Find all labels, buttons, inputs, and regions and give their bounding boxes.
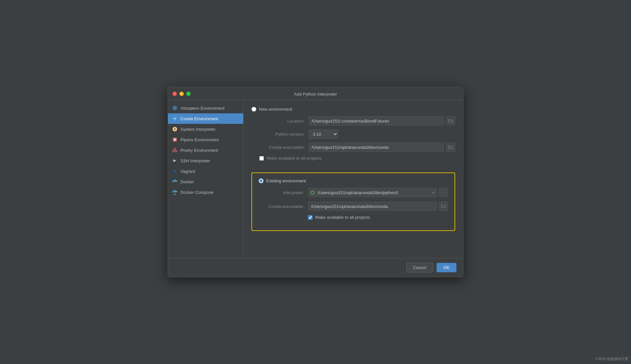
sidebar-item-virtualenv[interactable]: Virtualenv Environment [168, 103, 243, 113]
sidebar: Virtualenv Environment Conda Environment… [168, 100, 244, 258]
dialog-body: Virtualenv Environment Conda Environment… [168, 100, 463, 258]
cancel-button[interactable]: Cancel [406, 263, 433, 272]
make-available-label-new[interactable]: Make available to all projects [267, 156, 321, 161]
watermark: CSDN @超越知可爱 [596, 356, 628, 361]
main-content: New environment Location: Python version… [244, 100, 463, 258]
conda-executable-folder-button-new[interactable] [446, 143, 455, 152]
sidebar-item-label-virtualenv: Virtualenv Environment [180, 106, 224, 111]
new-env-radio-row: New environment [251, 107, 455, 112]
ok-button[interactable]: OK [436, 263, 456, 272]
location-label: Location: [259, 119, 309, 124]
sidebar-item-label-conda: Conda Environment [180, 116, 218, 121]
sidebar-item-label-pipenv: Pipenv Environment [180, 137, 219, 142]
make-available-row-existing: Make available to all projects [308, 215, 448, 220]
location-folder-button[interactable] [446, 116, 455, 125]
svg-rect-13 [176, 181, 177, 182]
maximize-button[interactable] [186, 92, 191, 96]
location-row: Location: [251, 116, 455, 125]
sidebar-item-poetry[interactable]: Poetry Environment [168, 145, 243, 155]
dialog-footer: Cancel OK [168, 258, 463, 277]
svg-rect-6 [174, 139, 176, 141]
make-available-label-existing[interactable]: Make available to all projects [315, 215, 370, 220]
sidebar-item-pipenv[interactable]: Pipenv Environment [168, 134, 243, 145]
traffic-lights [173, 92, 191, 96]
new-environment-section: New environment Location: Python version… [251, 107, 455, 166]
svg-rect-12 [174, 180, 175, 181]
conda-executable-folder-button-existing[interactable] [439, 202, 448, 211]
conda-executable-input-existing[interactable] [308, 202, 437, 211]
sidebar-item-vagrant[interactable]: V Vagrant [168, 166, 243, 176]
make-available-row-new: Make available to all projects [251, 156, 455, 161]
title-bar: Add Python Interpreter [168, 87, 463, 100]
poetry-icon [172, 147, 178, 153]
virtualenv-icon [172, 105, 178, 111]
sidebar-item-label-vagrant: Vagrant [180, 169, 195, 174]
conda-icon [172, 116, 178, 122]
conda-executable-field-new [309, 143, 455, 152]
existing-env-radio-row: Existing environment [259, 178, 448, 183]
new-environment-label[interactable]: New environment [259, 107, 292, 112]
conda-executable-row-existing: Conda executable: [259, 202, 448, 211]
svg-rect-16 [174, 190, 175, 191]
svg-point-4 [174, 118, 175, 119]
sidebar-item-label-docker: Docker [180, 179, 194, 184]
ssh-icon [172, 158, 178, 164]
sidebar-item-label-docker-compose: Docker Compose [180, 190, 213, 195]
interpreter-select-wrapper: /Users/guo151/opt/anaconda3/bin/python3 … [308, 188, 448, 197]
svg-marker-9 [173, 159, 176, 162]
interpreter-more-button[interactable]: ··· [439, 188, 448, 197]
interpreter-select-container: /Users/guo151/opt/anaconda3/bin/python3 … [308, 188, 437, 197]
interpreter-label: Interpreter: [259, 190, 308, 195]
add-python-interpreter-dialog: Add Python Interpreter Virtualenv Enviro… [168, 87, 463, 277]
docker-icon [172, 179, 178, 185]
existing-environment-label[interactable]: Existing environment [266, 178, 306, 183]
svg-rect-17 [176, 191, 177, 192]
location-field [309, 116, 455, 125]
sidebar-item-conda[interactable]: Conda Environment [168, 113, 243, 124]
conda-executable-row-new: Conda executable: [251, 143, 455, 152]
python-version-row: Python version: 3.10 3.9 3.8 3.11 [251, 129, 455, 139]
svg-rect-10 [173, 181, 174, 182]
make-available-checkbox-existing[interactable] [308, 215, 313, 220]
python-version-field: 3.10 3.9 3.8 3.11 [309, 129, 455, 139]
python-version-label: Python version: [259, 132, 309, 137]
docker-compose-icon [172, 189, 178, 195]
conda-executable-input-new[interactable] [309, 143, 444, 152]
location-input[interactable] [309, 116, 444, 125]
sidebar-item-docker[interactable]: Docker [168, 176, 243, 187]
make-available-checkbox-new[interactable] [259, 156, 264, 161]
system-icon [172, 126, 178, 132]
new-environment-radio[interactable] [251, 107, 256, 112]
pipenv-icon [172, 137, 178, 143]
dialog-title: Add Python Interpreter [294, 92, 337, 97]
existing-environment-section: Existing environment Interpreter: /Users… [251, 172, 455, 231]
sidebar-item-docker-compose[interactable]: Docker Compose [168, 187, 243, 197]
sidebar-item-system[interactable]: System Interpreter [168, 124, 243, 134]
sidebar-item-label-ssh: SSH Interpreter [180, 158, 210, 163]
conda-executable-label-existing: Conda executable: [259, 204, 308, 209]
existing-environment-radio[interactable] [259, 178, 264, 183]
svg-rect-14 [173, 191, 174, 192]
python-version-select[interactable]: 3.10 3.9 3.8 3.11 [309, 129, 338, 139]
close-button[interactable] [173, 92, 177, 96]
vagrant-icon: V [172, 168, 178, 174]
minimize-button[interactable] [179, 92, 184, 96]
conda-executable-field-existing [308, 202, 448, 211]
sidebar-item-label-system: System Interpreter [180, 127, 216, 132]
sidebar-item-label-poetry: Poetry Environment [180, 148, 218, 153]
sidebar-item-ssh[interactable]: SSH Interpreter [168, 155, 243, 166]
interpreter-row: Interpreter: /Users/guo151/opt/anaconda3… [259, 188, 448, 197]
interpreter-select[interactable]: /Users/guo151/opt/anaconda3/bin/python3 [308, 188, 437, 197]
conda-executable-label-new: Conda executable: [259, 145, 309, 150]
svg-point-1 [174, 107, 176, 109]
